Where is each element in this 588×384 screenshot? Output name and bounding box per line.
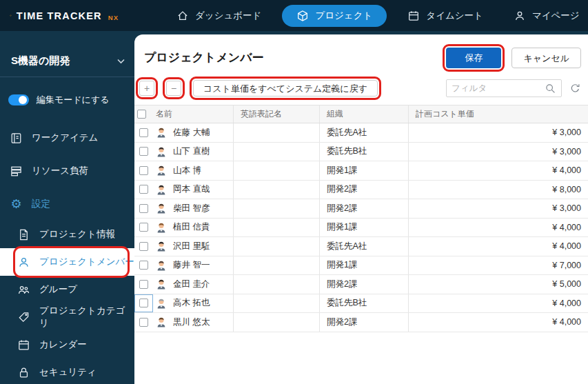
member-name: 山本 博 xyxy=(173,165,201,176)
row-checkbox[interactable] xyxy=(139,318,148,327)
sidebar-item-groups[interactable]: グループ xyxy=(0,276,134,303)
avatar xyxy=(155,240,168,252)
tag-icon xyxy=(17,311,30,324)
cancel-button[interactable]: キャンセル xyxy=(511,48,581,68)
home-icon xyxy=(176,10,189,22)
sidebar-item-settings[interactable]: ⚙ 設定 xyxy=(0,188,134,221)
sidebar-item-project-members[interactable]: プロジェクトメンバー xyxy=(0,248,134,276)
member-english-name xyxy=(233,143,319,161)
member-organization: 開発2課 xyxy=(319,275,408,294)
row-checkbox[interactable] xyxy=(139,261,148,270)
member-name: 藤井 智一 xyxy=(173,259,210,271)
avatar xyxy=(155,221,168,234)
member-planned-cost[interactable]: ¥ 4,000 xyxy=(408,294,588,313)
sidebar-item-calendar[interactable]: カレンダー xyxy=(0,331,134,358)
column-header-planned-cost: 計画コスト単価 xyxy=(408,105,588,123)
filter-box xyxy=(446,79,562,97)
top-navbar: TIME TRACKER NX ダッシュボード プロジェクト タイムシート マイ… xyxy=(0,0,588,31)
row-checkbox[interactable] xyxy=(139,147,148,156)
member-name: 黒川 悠太 xyxy=(173,316,210,328)
sidebar-item-project-categories[interactable]: プロジェクトカテゴリ xyxy=(0,303,134,331)
remove-member-button[interactable]: − xyxy=(166,81,181,96)
table-row: 岡本 直哉 開発2課 ¥ 8,000 xyxy=(134,181,588,200)
workitem-icon xyxy=(10,132,23,145)
refresh-icon xyxy=(569,83,581,94)
sidebar-item-resource-load[interactable]: リソース負荷 xyxy=(0,154,134,188)
member-planned-cost[interactable]: ¥ 3,000 xyxy=(408,199,588,218)
filter-input[interactable] xyxy=(452,83,545,93)
avatar xyxy=(155,259,168,272)
members-table: 名前 英語表記名 組織 計画コスト単価 佐藤 大輔 委託先A社 ¥ 3,000 … xyxy=(134,105,588,332)
table-header-row: 名前 英語表記名 組織 計画コスト単価 xyxy=(134,105,588,123)
add-member-button[interactable]: + xyxy=(139,81,154,96)
member-planned-cost[interactable]: ¥ 5,000 xyxy=(408,275,588,294)
row-checkbox[interactable] xyxy=(139,166,148,175)
annotation-box: 保存 xyxy=(443,44,505,72)
table-row: 佐藤 大輔 委託先A社 ¥ 3,000 xyxy=(134,123,588,143)
table-row: 山本 博 開発1課 ¥ 4,000 xyxy=(134,161,588,181)
avatar xyxy=(155,126,168,139)
table-row: 植田 信貴 開発1課 ¥ 4,000 xyxy=(134,219,588,238)
row-checkbox[interactable] xyxy=(139,242,148,251)
sidebar-item-security[interactable]: セキュリティ xyxy=(0,358,134,384)
member-name: 岡本 直哉 xyxy=(173,183,210,195)
avatar xyxy=(155,145,168,158)
row-checkbox[interactable] xyxy=(139,299,148,307)
save-button[interactable]: 保存 xyxy=(446,48,501,68)
nav-dashboard[interactable]: ダッシュボード xyxy=(167,5,271,27)
project-selector[interactable]: S機器の開発 xyxy=(0,31,134,77)
refresh-button[interactable] xyxy=(569,83,581,94)
column-header-name: 名前 xyxy=(153,105,233,123)
member-planned-cost[interactable]: ¥ 8,000 xyxy=(408,181,588,199)
nav-timesheet[interactable]: タイムシート xyxy=(398,5,493,27)
row-checkbox[interactable] xyxy=(139,280,148,289)
table-row: 黒川 悠太 開発2課 ¥ 4,000 xyxy=(134,313,588,332)
member-name: 佐藤 大輔 xyxy=(173,127,210,139)
member-english-name xyxy=(233,181,319,199)
member-name: 高木 拓也 xyxy=(173,297,210,309)
member-planned-cost[interactable]: ¥ 7,000 xyxy=(408,256,588,275)
column-header-organization: 組織 xyxy=(319,105,408,123)
member-planned-cost[interactable]: ¥ 3,000 xyxy=(408,143,588,161)
member-organization: 開発2課 xyxy=(319,181,408,199)
document-icon xyxy=(17,228,30,241)
sidebar-item-project-info[interactable]: プロジェクト情報 xyxy=(0,221,134,248)
member-planned-cost[interactable]: ¥ 4,000 xyxy=(408,313,588,332)
row-checkbox[interactable] xyxy=(139,223,148,232)
sidebar: S機器の開発 編集モードにする ワークアイテム リソース負荷 ⚙ xyxy=(0,31,134,384)
resource-icon xyxy=(10,165,23,178)
column-header-english-name: 英語表記名 xyxy=(233,105,319,123)
member-english-name xyxy=(233,313,319,332)
app-logo: TIME TRACKER NX xyxy=(0,7,119,24)
member-english-name xyxy=(233,161,319,180)
person-icon xyxy=(514,10,526,22)
row-checkbox[interactable] xyxy=(139,204,148,213)
annotation-box: コスト単価をすべてシステム定義に戻す xyxy=(190,77,381,100)
edit-mode-toggle[interactable] xyxy=(8,94,29,105)
sidebar-item-workitems[interactable]: ワークアイテム xyxy=(0,121,134,154)
member-organization: 委託先A社 xyxy=(319,123,408,142)
sidebar-nav: ワークアイテム リソース負荷 ⚙ 設定 プロジェクト情報 プロジェクトメンバー xyxy=(0,121,134,384)
table-row: 藤井 智一 開発1課 ¥ 7,000 xyxy=(134,256,588,276)
avatar xyxy=(155,278,168,290)
reset-cost-button[interactable]: コスト単価をすべてシステム定義に戻す xyxy=(193,80,378,97)
table-row: 沢田 里駈 委託先A社 ¥ 4,000 xyxy=(134,237,588,256)
table-row: 金田 圭介 開発2課 ¥ 5,000 xyxy=(134,275,588,294)
member-name: 柴田 智彦 xyxy=(173,203,210,214)
row-checkbox[interactable] xyxy=(139,128,148,137)
member-english-name xyxy=(233,294,319,313)
member-organization: 委託先A社 xyxy=(319,237,408,256)
member-english-name xyxy=(233,219,319,237)
member-planned-cost[interactable]: ¥ 4,000 xyxy=(408,237,588,256)
nav-project[interactable]: プロジェクト xyxy=(282,5,387,27)
member-organization: 開発1課 xyxy=(319,256,408,275)
member-planned-cost[interactable]: ¥ 4,000 xyxy=(408,161,588,180)
nav-mypage[interactable]: マイページ xyxy=(504,5,588,27)
logo-zigzag-icon xyxy=(10,7,12,24)
brand-name: TIME TRACKER xyxy=(17,10,102,21)
brand-suffix: NX xyxy=(108,14,119,21)
select-all-checkbox[interactable] xyxy=(137,110,146,119)
member-planned-cost[interactable]: ¥ 4,000 xyxy=(408,219,588,237)
row-checkbox[interactable] xyxy=(139,185,148,194)
member-planned-cost[interactable]: ¥ 3,000 xyxy=(408,123,588,142)
